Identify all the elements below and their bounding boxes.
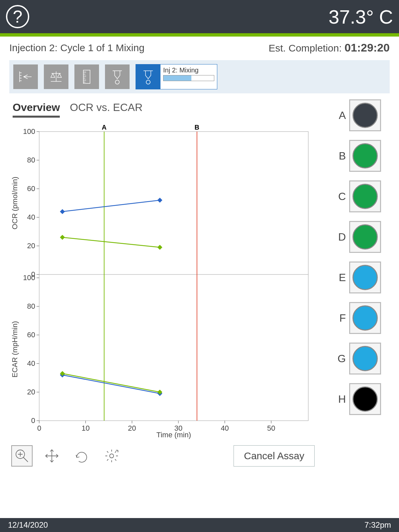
chart-area: AB020406080100OCR (pmol/min)020406080100… — [9, 122, 315, 441]
est-completion: Est. Completion: 01:29:20 — [268, 41, 390, 54]
svg-text:20: 20 — [27, 242, 35, 250]
footer-time: 7:32pm — [364, 520, 391, 530]
legend-circle-icon — [352, 184, 378, 209]
undo-tool[interactable] — [71, 445, 92, 467]
accent-bar — [0, 33, 399, 37]
footer-date: 12/14/2020 — [8, 520, 48, 530]
svg-text:OCR (pmol/min): OCR (pmol/min) — [11, 177, 19, 230]
scales-icon — [48, 69, 64, 85]
tab-overview[interactable]: Overview — [13, 101, 60, 118]
legend-item-g[interactable]: G — [337, 343, 390, 374]
status-row: Injection 2: Cycle 1 of 1 Mixing Est. Co… — [0, 37, 399, 59]
legend-item-b[interactable]: B — [337, 140, 390, 172]
stage-strip: Inj 2: Mixing — [9, 60, 390, 93]
chart-tabs: Overview OCR vs. ECAR — [9, 99, 330, 120]
legend-swatch — [349, 180, 381, 212]
ruler-icon — [79, 69, 95, 85]
legend-circle-icon — [352, 305, 378, 331]
legend-label: G — [337, 353, 346, 365]
zoom-tool[interactable] — [11, 445, 33, 467]
svg-rect-1 — [39, 132, 308, 421]
legend-circle-icon — [352, 265, 378, 290]
svg-text:20: 20 — [128, 424, 136, 432]
svg-point-47 — [110, 454, 114, 458]
injection-icon — [140, 69, 156, 85]
settings-tool[interactable] — [101, 445, 122, 467]
legend-label: C — [337, 190, 346, 203]
svg-text:ECAR (mpH/min): ECAR (mpH/min) — [11, 321, 19, 377]
svg-text:10: 10 — [81, 424, 89, 432]
svg-text:80: 80 — [27, 156, 35, 164]
legend-item-e[interactable]: E — [337, 262, 390, 293]
svg-text:100: 100 — [23, 127, 35, 136]
stage-active-label: Inj 2: Mixing — [163, 66, 214, 74]
legend-circle-icon — [352, 103, 378, 128]
legend-swatch — [349, 262, 381, 293]
svg-text:0: 0 — [37, 424, 41, 432]
well-legend: ABCDEFGH — [330, 99, 390, 467]
legend-circle-icon — [352, 224, 378, 250]
legend-label: D — [337, 231, 346, 243]
svg-text:20: 20 — [27, 388, 35, 396]
legend-circle-icon — [352, 386, 378, 412]
help-button[interactable]: ? — [6, 5, 29, 28]
stage-balance-button[interactable] — [44, 64, 68, 89]
legend-label: F — [337, 312, 346, 324]
svg-text:40: 40 — [27, 359, 35, 368]
svg-text:40: 40 — [221, 424, 229, 432]
legend-item-f[interactable]: F — [337, 302, 390, 334]
svg-text:B: B — [195, 124, 199, 131]
legend-label: A — [337, 109, 346, 122]
temperature-readout: 37.3° C — [329, 6, 393, 28]
legend-circle-icon — [352, 143, 378, 168]
svg-text:60: 60 — [27, 184, 35, 193]
est-completion-value: 01:29:20 — [345, 41, 390, 54]
undo-icon — [74, 448, 89, 464]
svg-text:60: 60 — [27, 331, 35, 339]
legend-item-c[interactable]: C — [337, 180, 390, 212]
svg-text:40: 40 — [27, 213, 35, 221]
legend-swatch — [349, 343, 381, 374]
stage-measure-button[interactable] — [74, 64, 99, 89]
top-bar: ? 37.3° C — [0, 0, 399, 33]
legend-swatch — [349, 140, 381, 172]
legend-label: H — [337, 393, 346, 405]
legend-item-a[interactable]: A — [337, 99, 390, 131]
svg-text:80: 80 — [27, 302, 35, 310]
footer-bar: 12/14/2020 7:32pm — [0, 518, 399, 532]
question-mark-icon: ? — [13, 8, 23, 25]
est-completion-label: Est. Completion: — [268, 43, 344, 53]
stage-inject1-button[interactable] — [105, 64, 130, 89]
legend-swatch — [349, 99, 381, 131]
ruler-arrow-icon — [18, 69, 34, 85]
legend-swatch — [349, 302, 381, 334]
legend-label: B — [337, 150, 346, 162]
svg-text:0: 0 — [31, 416, 35, 425]
legend-swatch — [349, 383, 381, 415]
svg-text:Time (min): Time (min) — [156, 431, 191, 439]
svg-text:A: A — [102, 124, 106, 131]
injection-icon — [109, 69, 125, 85]
tab-ocr-vs-ecar[interactable]: OCR vs. ECAR — [70, 101, 143, 118]
cancel-assay-button[interactable]: Cancel Assay — [234, 445, 315, 467]
legend-item-h[interactable]: H — [337, 383, 390, 415]
chart-toolbar: Cancel Assay — [9, 441, 330, 467]
stage-active[interactable]: Inj 2: Mixing — [136, 64, 217, 89]
pan-tool[interactable] — [41, 445, 62, 467]
phase-status: Injection 2: Cycle 1 of 1 Mixing — [9, 42, 145, 53]
legend-circle-icon — [352, 346, 378, 371]
svg-text:100: 100 — [23, 273, 35, 282]
stage-active-progress: Inj 2: Mixing — [160, 64, 217, 89]
gear-icon — [104, 448, 119, 464]
legend-label: E — [337, 271, 346, 284]
legend-swatch — [349, 221, 381, 253]
svg-text:50: 50 — [267, 424, 275, 432]
stage-calibrate-button[interactable] — [13, 64, 38, 89]
magnifier-plus-icon — [14, 448, 30, 464]
legend-item-d[interactable]: D — [337, 221, 390, 253]
move-arrows-icon — [44, 448, 59, 464]
